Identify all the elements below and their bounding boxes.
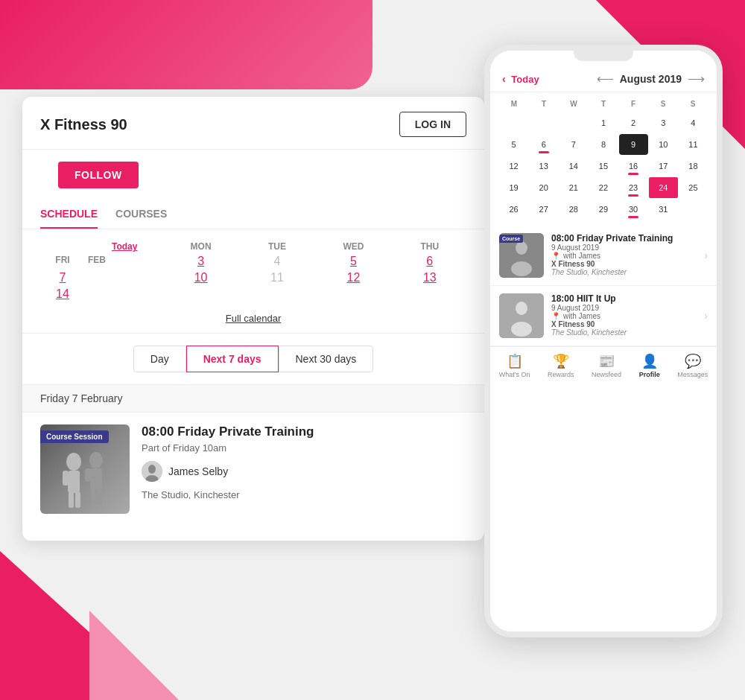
trainer-avatar — [142, 461, 162, 482]
phone-event-2: 18:00 HIIT It Up 9 August 2019 📍 with Ja… — [490, 286, 717, 346]
cal-1[interactable]: 1 — [589, 112, 618, 133]
cal-31[interactable]: 31 — [649, 199, 678, 220]
tab-schedule[interactable]: SCHEDULE — [40, 200, 98, 229]
phone-nav: 📋 What's On 🏆 Rewards 📰 Newsfeed 👤 Profi… — [490, 346, 717, 381]
tab-courses[interactable]: COURSES — [115, 200, 167, 229]
cal-10[interactable]: 10 — [649, 134, 678, 155]
cal-11[interactable]: 11 — [679, 134, 708, 155]
day-11[interactable]: 11 — [241, 271, 314, 284]
day-3[interactable]: 3 — [164, 255, 237, 268]
phone-event-arrow-2[interactable]: › — [704, 310, 708, 322]
tue-label: TUE — [241, 241, 314, 252]
phone-today-btn[interactable]: ‹ Today — [502, 73, 539, 85]
phone-event-trainer-1: 📍 with James — [551, 252, 697, 260]
day-4[interactable]: 4 — [241, 255, 314, 268]
svg-rect-2 — [63, 471, 69, 486]
day-14[interactable]: 14 — [40, 287, 85, 301]
cal-24[interactable]: 24 — [649, 177, 678, 198]
today-label[interactable]: Today — [88, 241, 161, 252]
day-5[interactable]: 5 — [317, 255, 390, 268]
cal-25[interactable]: 25 — [679, 177, 708, 198]
cal-8[interactable]: 8 — [589, 134, 618, 155]
cal-9-today[interactable]: 9 — [619, 134, 648, 155]
day-7[interactable]: 7 — [40, 271, 85, 284]
view-30days-button[interactable]: Next 30 days — [279, 346, 374, 372]
cal-14[interactable]: 14 — [559, 156, 588, 176]
class-info: 08:00 Friday Private Training Part of Fr… — [142, 424, 466, 500]
day-13-col: 13 — [393, 271, 466, 284]
cal-15[interactable]: 15 — [589, 156, 618, 176]
day-col-tue: TUE — [241, 241, 314, 252]
profile-label: Profile — [639, 371, 660, 378]
cal-20[interactable]: 20 — [529, 177, 558, 198]
thu-label: THU — [393, 241, 466, 252]
cal-23[interactable]: 23 — [619, 177, 648, 198]
svg-point-13 — [148, 465, 156, 474]
class-title: 08:00 Friday Private Training — [142, 424, 466, 439]
phone-month-label: August 2019 — [620, 73, 682, 85]
tabs: SCHEDULE COURSES — [22, 200, 484, 229]
day-12[interactable]: 12 — [317, 271, 390, 284]
phone-event-loc-2: The Studio, Kinchester — [551, 328, 697, 337]
cal-4[interactable]: 4 — [679, 112, 708, 133]
nav-profile[interactable]: 👤 Profile — [639, 353, 660, 378]
svg-rect-11 — [97, 488, 102, 506]
cal-3[interactable]: 3 — [649, 112, 678, 133]
day-6[interactable]: 6 — [393, 255, 466, 268]
prev-month-arrow[interactable]: ⟵ — [597, 71, 614, 86]
nav-newsfeed[interactable]: 📰 Newsfeed — [592, 353, 621, 378]
follow-button[interactable]: FOLLOW — [58, 162, 139, 188]
full-calendar-link[interactable]: Full calendar — [22, 307, 484, 333]
day-col-wed: WED — [317, 241, 390, 252]
nav-rewards[interactable]: 🏆 Rewards — [548, 353, 574, 378]
phone-event-img-2 — [499, 293, 544, 338]
cal-22[interactable]: 22 — [589, 177, 618, 198]
fri-label: FRI — [40, 255, 85, 265]
day-10[interactable]: 10 — [164, 271, 237, 284]
day-12-col: 12 — [317, 271, 390, 284]
cal-6[interactable]: 6 — [529, 134, 558, 155]
phone-event-svg-2 — [499, 293, 544, 338]
svg-point-0 — [66, 453, 81, 471]
day-4-col: 4 — [241, 255, 314, 268]
newsfeed-label: Newsfeed — [592, 371, 621, 378]
cal-27[interactable]: 27 — [529, 199, 558, 220]
wed-label: WED — [317, 241, 390, 252]
cal-2[interactable]: 2 — [619, 112, 648, 133]
svg-rect-5 — [75, 491, 80, 508]
messages-icon: 💬 — [685, 353, 701, 369]
cal-18[interactable]: 18 — [679, 156, 708, 176]
cal-30[interactable]: 30 — [619, 199, 648, 220]
nav-messages[interactable]: 💬 Messages — [677, 353, 708, 378]
newsfeed-icon: 📰 — [598, 353, 615, 369]
cal-26[interactable]: 26 — [499, 199, 528, 220]
figures-svg — [48, 439, 122, 514]
next-month-arrow[interactable]: ⟶ — [688, 71, 705, 86]
day-14-col: 14 — [40, 287, 85, 301]
cal-21[interactable]: 21 — [559, 177, 588, 198]
profile-icon: 👤 — [641, 353, 658, 369]
view-7days-button[interactable]: Next 7 days — [186, 346, 279, 372]
day-13[interactable]: 13 — [393, 271, 466, 284]
cal-28[interactable]: 28 — [559, 199, 588, 220]
wd-f: F — [618, 98, 648, 109]
phone-event-arrow-1[interactable]: › — [704, 249, 708, 261]
svg-rect-10 — [91, 488, 96, 506]
cal-13[interactable]: 13 — [529, 156, 558, 176]
phone-event-loc-1: The Studio, Kinchester — [551, 268, 697, 276]
cal-19[interactable]: 19 — [499, 177, 528, 198]
cal-12[interactable]: 12 — [499, 156, 528, 176]
svg-point-19 — [516, 302, 527, 315]
nav-whats-on[interactable]: 📋 What's On — [499, 353, 530, 378]
pin-icon-2: 📍 — [551, 312, 560, 320]
cal-17[interactable]: 17 — [649, 156, 678, 176]
phone-event-badge-1: Course — [499, 235, 523, 243]
cal-5[interactable]: 5 — [499, 134, 528, 155]
view-day-button[interactable]: Day — [133, 346, 186, 372]
phone-mockup: ‹ Today ⟵ August 2019 ⟶ M T W T F S — [484, 45, 723, 637]
cal-29[interactable]: 29 — [589, 199, 618, 220]
cal-7[interactable]: 7 — [559, 134, 588, 155]
course-badge: Course Session — [40, 430, 109, 443]
login-button[interactable]: LOG IN — [399, 112, 466, 137]
cal-16[interactable]: 16 — [619, 156, 648, 176]
